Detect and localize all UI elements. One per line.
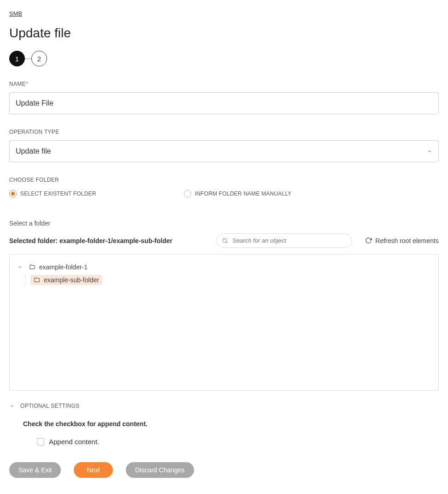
append-checkbox-label: Append content. — [49, 438, 99, 446]
optional-settings-label: OPTIONAL SETTINGS — [20, 403, 80, 409]
radio-inform-manual[interactable]: INFORM FOLDER NAME MANUALLY — [184, 190, 292, 197]
stepper: 1 2 — [9, 51, 439, 66]
svg-line-1 — [226, 242, 228, 243]
append-hint: Check the checkbox for append content. — [23, 420, 439, 428]
step-1[interactable]: 1 — [9, 51, 25, 66]
radio-icon — [184, 190, 191, 197]
page-title: Update file — [9, 26, 439, 41]
discard-button[interactable]: Discard Changes — [126, 462, 194, 478]
tree-root-item[interactable]: example-folder-1 — [17, 261, 431, 273]
folder-tree[interactable]: example-folder-1 example-sub-folder — [9, 254, 439, 391]
next-button[interactable]: Next — [74, 462, 113, 478]
folder-icon — [29, 264, 36, 270]
name-label: NAME* — [9, 81, 28, 87]
tree-child-label: example-sub-folder — [44, 276, 99, 284]
refresh-label: Refresh root elements — [375, 237, 439, 244]
selected-folder-text: Selected folder: example-folder-1/exampl… — [9, 237, 172, 244]
svg-point-0 — [223, 238, 227, 242]
operation-type-value: Update file — [16, 147, 51, 155]
step-connector — [25, 59, 31, 59]
breadcrumb-smb[interactable]: SMB — [9, 10, 22, 17]
append-checkbox[interactable] — [37, 438, 44, 446]
tree-child-item[interactable]: example-sub-folder — [30, 274, 431, 286]
radio-select-existent[interactable]: SELECT EXISTENT FOLDER — [9, 190, 96, 197]
chevron-down-icon — [9, 403, 15, 409]
refresh-root-button[interactable]: Refresh root elements — [365, 237, 439, 244]
radio-icon — [9, 190, 17, 197]
save-exit-button[interactable]: Save & Exit — [9, 462, 61, 478]
search-icon — [222, 238, 228, 244]
tree-root-label: example-folder-1 — [39, 263, 88, 271]
refresh-icon — [365, 237, 372, 244]
chevron-down-icon — [427, 149, 432, 154]
search-wrap — [216, 233, 352, 248]
chevron-down-icon[interactable] — [17, 264, 23, 270]
required-marker: * — [26, 81, 28, 87]
optional-settings-toggle[interactable]: OPTIONAL SETTINGS — [9, 403, 439, 409]
search-input[interactable] — [216, 233, 352, 248]
name-input[interactable] — [9, 92, 439, 114]
step-2[interactable]: 2 — [31, 51, 47, 66]
radio-existent-label: SELECT EXISTENT FOLDER — [20, 190, 96, 197]
operation-type-label: OPERATION TYPE — [9, 129, 59, 135]
operation-type-select[interactable]: Update file — [9, 140, 439, 162]
choose-folder-label: CHOOSE FOLDER — [9, 177, 59, 183]
radio-manual-label: INFORM FOLDER NAME MANUALLY — [195, 190, 292, 197]
folder-icon — [33, 277, 41, 283]
select-folder-heading: Select a folder — [9, 220, 439, 227]
